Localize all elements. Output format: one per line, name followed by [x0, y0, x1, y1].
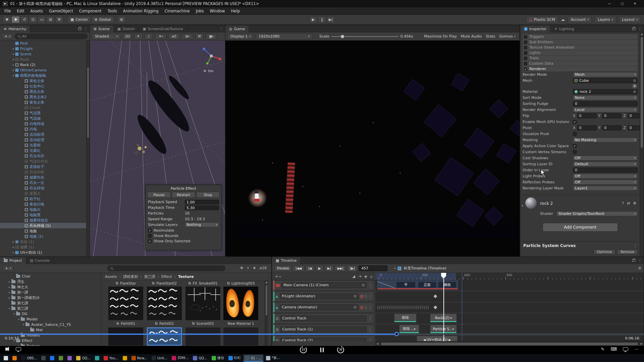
keyframe-diamond-icon[interactable] — [433, 305, 437, 309]
object-picker-icon[interactable]: ⊙ — [633, 79, 636, 82]
replace-mode-icon[interactable]: ◈ — [364, 274, 367, 279]
asset-label-bottom[interactable]: N_Path002 — [147, 321, 182, 325]
gizmo-iso-label[interactable]: ≡Iso — [203, 69, 213, 73]
track-header-control-track-1[interactable]: ⊡Control Track (1)⋮ — [273, 324, 374, 335]
add-icon[interactable]: + — [632, 84, 637, 88]
tab-distotr[interactable]: ▣Distotr — [114, 25, 139, 33]
hierarchy-item-item[interactable]: 地板白 — [0, 207, 86, 212]
video-progress-handle[interactable] — [394, 332, 399, 336]
clip-item[interactable]: 手 — [396, 282, 416, 288]
scroll-left-icon[interactable]: ◀ — [375, 342, 379, 345]
axis-field[interactable]: 0 — [577, 125, 597, 130]
panel-menu-icon[interactable]: ⋮ — [638, 27, 642, 31]
hierarchy-item-item[interactable]: 流动纹理 — [0, 137, 86, 142]
ripple-mode-icon[interactable]: ⇥ — [358, 274, 361, 279]
panel-menu-icon[interactable]: ⋮ — [638, 258, 642, 263]
axis-field[interactable]: 0 — [628, 125, 640, 130]
breadcrumb-assets[interactable]: Assets — [105, 275, 117, 279]
help-icon[interactable]: ? — [622, 201, 624, 205]
game-render-area[interactable] — [225, 41, 520, 256]
curve-icon[interactable]: ╲ — [365, 306, 367, 309]
asset-grid-scrollbar[interactable]: ▲ — [265, 281, 268, 346]
hierarchy-item-1[interactable]: ▸前段 (1) — [0, 239, 86, 244]
asset-label-bottom[interactable]: N_Path001 — [108, 321, 143, 325]
hierarchy-item-item[interactable]: 蓝黑火 — [0, 191, 86, 196]
clip-uv-1[interactable]: ◀UV+扰动 (1)▶ — [417, 336, 457, 341]
lock-icon[interactable] — [632, 259, 635, 262]
hierarchy-item-item[interactable]: 烟雾向后 — [0, 175, 86, 180]
row-dropdown[interactable]: Local▾ — [573, 107, 638, 112]
curve-icon[interactable]: ╲ — [365, 295, 367, 298]
row-field[interactable]: 0 — [573, 168, 638, 173]
taskbar-item-qq[interactable]: QQ... — [191, 355, 209, 362]
breadcrumb-item[interactable]: 課程素材 — [123, 274, 138, 279]
hierarchy-item-item[interactable]: 粒子红 — [0, 196, 86, 201]
folder-char[interactable]: Char — [0, 274, 101, 279]
taskbar-item-icon[interactable] — [40, 355, 47, 362]
edit-pencil-icon[interactable]: ✎ — [601, 347, 604, 352]
hierarchy-item-frlight[interactable]: ▸FrLight — [0, 46, 86, 51]
maximize-on-play-toggle[interactable]: Maximize On Play — [424, 34, 457, 39]
asset-label-top[interactable]: N_FlareStar — [108, 281, 143, 285]
hierarchy-item-item[interactable]: 闪电 — [0, 126, 86, 132]
expand-arrow-icon[interactable]: ▾ — [21, 323, 25, 326]
folder-item[interactable]: ▸浮生 — [0, 279, 101, 284]
folder-avatar-sakura-c1-ys[interactable]: ▾Avatar_Sakura_C1_YS — [0, 322, 101, 327]
expand-arrow-icon[interactable]: ▸ — [11, 63, 15, 66]
hierarchy-item-item[interactable]: 气流白向后 — [0, 159, 86, 164]
track-lane-control-track[interactable]: 前段Rock (2)▸ — [375, 313, 644, 323]
screenshot-icon[interactable] — [623, 347, 628, 351]
row-dropdown[interactable]: Default▾ — [573, 162, 638, 167]
video-progress-bar[interactable] — [0, 334, 644, 335]
folder-item[interactable]: ▸神之火 — [0, 284, 101, 290]
asset-label-top[interactable]: N_FX_Smoke001 — [185, 281, 220, 285]
grid-snap-icon[interactable]: ⊞ — [117, 16, 126, 23]
expander-icon[interactable]: ▸ — [522, 204, 524, 207]
track-header-main-camera-1-cinem[interactable]: Main Camera (1) (Cinem⊙⋮ — [273, 280, 374, 290]
row-dropdown[interactable]: Layer1▾ — [573, 186, 638, 191]
optimize-button[interactable]: Optimize — [594, 249, 615, 254]
folder-model[interactable]: ▾Model — [0, 316, 101, 322]
stop-particles-button[interactable]: Stop — [196, 192, 220, 198]
track-menu-icon[interactable]: ⋮ — [368, 327, 372, 332]
add-track-button[interactable]: + ▾ — [275, 274, 281, 279]
asset-thumbnail-partial[interactable] — [223, 327, 258, 346]
play-button[interactable]: ▶ — [309, 16, 318, 23]
scene-audio-icon[interactable]: ♪ — [145, 34, 153, 40]
hierarchy-item-item[interactable]: 红色中心 — [0, 83, 86, 89]
timeline-title[interactable]: 补充Timeline (Timeline) — [404, 266, 446, 271]
track-menu-icon[interactable]: ⋮ — [368, 339, 372, 342]
gear-icon[interactable]: ⚙ — [633, 201, 636, 205]
taskbar-item-icon[interactable] — [57, 355, 65, 362]
play-range-button[interactable]: [▶] — [347, 265, 357, 271]
collab-filter-icon[interactable]: ❖ — [240, 266, 243, 270]
tab-game[interactable]: ◎Game — [225, 25, 249, 33]
module-sub-emitters[interactable]: Sub Emitters — [523, 40, 638, 45]
module-trails[interactable]: Trails — [523, 56, 638, 61]
go-to-end-button[interactable]: ▶▶| — [335, 265, 346, 271]
taskbar-item-icon[interactable] — [121, 355, 129, 362]
create-button[interactable]: + ▾ — [2, 34, 13, 39]
inspector-scrollbar[interactable]: ▲ — [640, 33, 644, 256]
tab-hierarchy[interactable]: ≡Hierarchy — [0, 25, 30, 33]
chevron-down-icon[interactable]: ▾ — [394, 267, 395, 270]
tab-scene[interactable]: ⊞Scene — [90, 25, 114, 33]
row-dropdown[interactable]: Nothing▾ — [185, 222, 219, 227]
expand-arrow-icon[interactable]: ▸ — [7, 280, 11, 283]
checkbox[interactable]: ✓ — [148, 239, 152, 243]
panel-menu-icon[interactable]: ⋮ — [84, 27, 88, 31]
row-dropdown[interactable]: Off▾ — [573, 174, 638, 179]
panel-menu-icon[interactable]: ⋮ — [219, 27, 223, 31]
expand-arrow-icon[interactable]: ▾ — [7, 307, 11, 310]
hierarchy-item-item[interactable]: 石头一次 — [0, 180, 86, 185]
hand-tool-icon[interactable]: ✱ — [3, 16, 11, 23]
expand-arrow-icon[interactable]: ▸ — [7, 296, 11, 299]
track-lane-frlight-animator[interactable] — [375, 291, 644, 301]
taskbar-item-icon[interactable] — [11, 355, 18, 362]
layers-dropdown[interactable]: Layers▾ — [595, 16, 616, 23]
particle-check-show-bounds[interactable]: Show Bounds — [146, 233, 221, 238]
maximize-button[interactable]: ▢ — [616, 0, 629, 7]
gear-icon[interactable]: ⚙ — [638, 266, 641, 270]
keyboard-icon[interactable]: ⌨ — [610, 347, 617, 352]
label-filter-icon[interactable]: ⌖ — [247, 266, 249, 270]
